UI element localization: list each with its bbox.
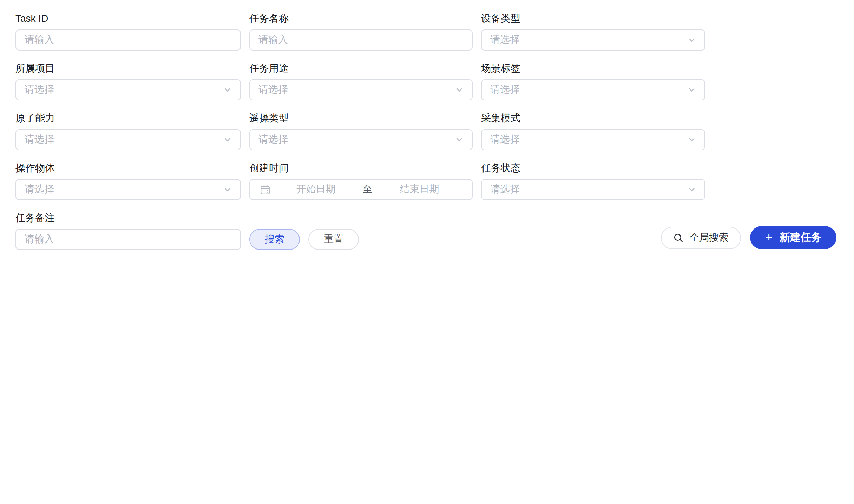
task-id-input[interactable]: 请输入: [15, 29, 241, 51]
filter-task-status: 任务状态请选择: [481, 161, 705, 200]
global-search-label: 全局搜索: [689, 231, 729, 244]
collect-mode-select[interactable]: 请选择: [481, 129, 705, 150]
placeholder-text: 请选择: [490, 34, 688, 46]
new-task-button[interactable]: + 新建任务: [750, 226, 836, 249]
filter-label: 创建时间: [249, 161, 473, 174]
placeholder-text: 请输入: [25, 233, 232, 246]
filter-label: 原子能力: [15, 112, 241, 124]
atomic-ability-select[interactable]: 请选择: [15, 129, 241, 150]
calendar-icon: [260, 184, 270, 195]
placeholder-text: 请输入: [25, 34, 232, 46]
filter-grid: Task ID请输入任务名称请输入设备类型请选择所属项目请选择任务用途请选择场景…: [15, 12, 722, 250]
global-search-button[interactable]: 全局搜索: [661, 226, 741, 249]
filter-label: 所属项目: [15, 62, 241, 74]
filter-label: 设备类型: [481, 12, 705, 25]
task-remark-input[interactable]: 请输入: [15, 229, 241, 250]
chevron-down-icon: [223, 185, 232, 194]
chevron-down-icon: [455, 86, 464, 94]
filter-atomic-ability: 原子能力请选择: [15, 112, 241, 150]
task-status-select[interactable]: 请选择: [481, 179, 705, 200]
task-name-input[interactable]: 请输入: [249, 29, 473, 51]
reset-button[interactable]: 重置: [308, 229, 359, 250]
chevron-down-icon: [455, 135, 464, 144]
filter-label: Task ID: [15, 12, 241, 25]
scene-tag-select[interactable]: 请选择: [481, 79, 705, 100]
filter-create-time: 创建时间开始日期至结束日期: [249, 161, 473, 200]
operate-object-select[interactable]: 请选择: [15, 179, 241, 200]
start-date-placeholder: 开始日期: [270, 183, 361, 196]
placeholder-text: 请输入: [258, 34, 464, 46]
filter-collect-mode: 采集模式请选择: [481, 112, 705, 150]
chevron-down-icon: [688, 36, 696, 44]
placeholder-text: 请选择: [25, 133, 223, 146]
new-task-label: 新建任务: [780, 231, 822, 244]
placeholder-text: 请选择: [25, 84, 223, 96]
teleop-type-select[interactable]: 请选择: [249, 129, 473, 150]
filter-label: 场景标签: [481, 62, 705, 74]
filter-label: 任务名称: [249, 12, 473, 25]
filter-project: 所属项目请选择: [15, 62, 241, 100]
filter-label: 采集模式: [481, 112, 705, 124]
filter-task-purpose: 任务用途请选择: [249, 62, 473, 100]
placeholder-text: 请选择: [258, 84, 455, 96]
placeholder-text: 请选择: [25, 183, 223, 196]
create-time-daterange[interactable]: 开始日期至结束日期: [249, 179, 473, 200]
filter-section: Task ID请输入任务名称请输入设备类型请选择所属项目请选择任务用途请选择场景…: [0, 0, 854, 250]
filter-scene-tag: 场景标签请选择: [481, 62, 705, 100]
placeholder-text: 请选择: [258, 133, 455, 146]
project-select[interactable]: 请选择: [15, 79, 241, 100]
placeholder-text: 请选择: [490, 133, 688, 146]
placeholder-text: 请选择: [490, 84, 688, 96]
filter-label: 任务状态: [481, 161, 705, 174]
filter-task-name: 任务名称请输入: [249, 12, 473, 51]
chevron-down-icon: [688, 185, 696, 194]
filter-label: 操作物体: [15, 161, 241, 174]
chevron-down-icon: [688, 135, 696, 144]
search-icon: [674, 233, 684, 243]
filter-label: 任务备注: [15, 211, 241, 224]
placeholder-text: 请选择: [490, 183, 688, 196]
filter-task-remark: 任务备注请输入: [15, 211, 241, 250]
table-toolbar: 全局搜索 + 新建任务: [661, 226, 836, 249]
device-type-select[interactable]: 请选择: [481, 29, 705, 51]
chevron-down-icon: [223, 86, 232, 94]
filter-teleop-type: 遥操类型请选择: [249, 112, 473, 150]
filter-label: 遥操类型: [249, 112, 473, 124]
search-button[interactable]: 搜索: [249, 229, 300, 250]
plus-icon: +: [765, 231, 773, 243]
end-date-placeholder: 结束日期: [374, 183, 465, 196]
filter-device-type: 设备类型请选择: [481, 12, 705, 51]
filter-label: 任务用途: [249, 62, 473, 74]
filter-operate-object: 操作物体请选择: [15, 161, 241, 200]
chevron-down-icon: [688, 86, 696, 94]
range-separator: 至: [363, 183, 373, 196]
page: Task ID请输入任务名称请输入设备类型请选择所属项目请选择任务用途请选择场景…: [0, 0, 854, 252]
filter-task-id: Task ID请输入: [15, 12, 241, 51]
task-purpose-select[interactable]: 请选择: [249, 79, 473, 100]
filter-actions: 搜索 重置: [249, 211, 473, 250]
chevron-down-icon: [223, 135, 232, 144]
